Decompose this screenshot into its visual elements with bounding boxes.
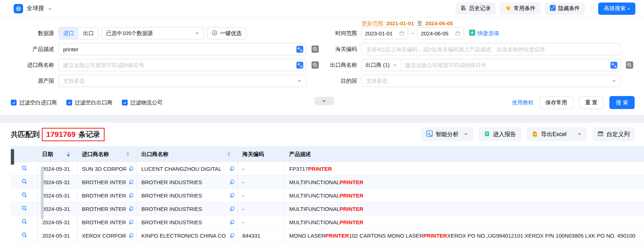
header-hs-code: 海关编码 (238, 146, 285, 162)
exclude-search-icon[interactable] (312, 61, 319, 69)
export-excel-label: 导出Excel (541, 131, 566, 138)
collapse-form-button[interactable] (314, 97, 334, 105)
row-detail-cell (11, 202, 38, 215)
copy-icon[interactable] (229, 179, 235, 185)
end-date-input[interactable] (421, 30, 451, 36)
product-desc-cell: MONO LASER PRINTER 102 CARTONS MONO LASE… (285, 229, 644, 242)
origin-country-label: 原产国 (0, 78, 54, 84)
destination-country-select[interactable]: 支持多选 (361, 75, 621, 87)
export-excel-button[interactable]: 导出Excel (527, 127, 587, 141)
copy-icon[interactable] (229, 220, 235, 225)
fixed-column-scrollbar[interactable] (41, 166, 44, 220)
filter-logistics-checkbox[interactable]: 过滤物流公司 (122, 99, 163, 106)
date-cell: 2024-05-31 (38, 162, 78, 175)
magnifier-icon[interactable] (21, 232, 27, 239)
start-date-input[interactable] (365, 30, 395, 36)
results-section: 共匹配到 1791769 条记录 BI 智能分析 进入报告 (0, 123, 644, 247)
save-favorite-button[interactable]: 保存常用 (539, 96, 573, 109)
magnifier-icon[interactable] (21, 165, 27, 172)
update-range: 更新范围: 2021-01-01 至 2024-06-05 (362, 20, 453, 27)
chevron-down-icon[interactable] (48, 6, 53, 11)
copy-icon[interactable] (128, 220, 134, 225)
sort-icons[interactable] (227, 152, 230, 157)
origin-country-select[interactable]: 支持多选 (58, 75, 306, 87)
importer-input[interactable] (58, 59, 306, 71)
sort-icons[interactable] (126, 152, 129, 157)
chevron-right-icon: › (628, 5, 630, 12)
exporter-name: BROTHER INDUSTRIES (141, 219, 202, 225)
sort-icons[interactable] (67, 152, 70, 157)
exclude-search-icon[interactable] (626, 61, 633, 69)
importer-name: XEROX CORPORA (82, 233, 126, 239)
exporter-name: BROTHER INDUSTRIES (141, 206, 202, 212)
table-header-row: 日期 进口商名称 出口商名称 (11, 146, 644, 162)
magnifier-icon[interactable] (21, 178, 27, 186)
copy-icon[interactable] (128, 166, 134, 172)
data-source-select[interactable]: 已选中105个数据源 (101, 27, 204, 39)
smart-analysis-label: 智能分析 (436, 131, 459, 138)
history-label: 历史记录 (469, 5, 491, 12)
table-left-scroll-indicator[interactable] (11, 149, 14, 165)
quick-options-label: 快捷选项 (477, 30, 499, 37)
exporter-cell: BROTHER INDUSTRIES (137, 189, 238, 202)
hs-code-input[interactable] (361, 43, 621, 55)
copy-icon[interactable] (128, 233, 134, 238)
enter-report-button[interactable]: 进入报告 (479, 127, 521, 141)
toggle-export[interactable]: 出口 (78, 27, 98, 39)
importer-label: 进口商名称 (0, 62, 54, 69)
destination-placeholder: 支持多选 (366, 78, 388, 84)
copy-icon[interactable] (229, 206, 235, 212)
advanced-search-button[interactable]: 高级搜索 › (598, 3, 635, 15)
tutorial-link[interactable]: 使用教程 (512, 99, 534, 106)
hide-conditions-button[interactable]: 隐藏条件 (545, 3, 585, 15)
filter-blank-importer-checkbox[interactable]: 过滤空白进口商 (11, 99, 57, 106)
header-date[interactable]: 日期 (38, 146, 78, 162)
copy-icon[interactable] (128, 193, 134, 198)
filter-label: 过滤空白进口商 (19, 99, 57, 106)
copy-icon[interactable] (229, 233, 235, 238)
search-button[interactable]: 搜 索 (609, 96, 635, 109)
filter-blank-exporter-checkbox[interactable]: 过滤空白出口商 (66, 99, 113, 106)
product-desc-input[interactable] (58, 43, 306, 55)
favorite-conditions-button[interactable]: 常用条件 (500, 3, 541, 15)
toggle-import[interactable]: 进口 (59, 27, 78, 39)
filter-label: 过滤物流公司 (130, 99, 163, 106)
star-icon (505, 5, 511, 12)
translate-icon[interactable]: 中A (296, 46, 303, 54)
magnifier-icon[interactable] (21, 205, 27, 212)
import-export-toggle: 进口 出口 (58, 27, 98, 39)
chevron-down-icon[interactable] (577, 131, 582, 138)
copy-icon[interactable] (128, 179, 134, 185)
quick-options-link[interactable]: 快捷选项 (469, 30, 499, 37)
one-click-optimize-button[interactable]: 一键优选 (207, 27, 246, 39)
report-icon (484, 131, 490, 138)
importer-cell: BROTHER INTERN (78, 189, 137, 202)
smart-analysis-button[interactable]: BI 智能分析 (421, 127, 473, 141)
copy-icon[interactable] (229, 193, 235, 198)
magnifier-icon[interactable] (21, 218, 27, 226)
app-switcher[interactable]: 全球搜 (14, 4, 53, 13)
header-importer[interactable]: 进口商名称 (78, 146, 137, 162)
importer-name: BROTHER INTERN (82, 192, 126, 199)
copy-icon[interactable] (128, 206, 134, 212)
svg-text:A: A (614, 65, 617, 68)
header-operations (11, 146, 38, 162)
copy-icon[interactable] (229, 166, 235, 172)
calendar-icon[interactable] (455, 31, 460, 36)
exporter-type-select[interactable]: 出口商 (1) (362, 59, 401, 71)
reset-button[interactable]: 重 置 (579, 96, 604, 109)
calendar-icon[interactable] (399, 31, 405, 36)
header-exporter[interactable]: 出口商名称 (137, 146, 238, 162)
customize-columns-button[interactable]: 自定义列 (592, 127, 635, 141)
exclude-search-icon[interactable] (312, 46, 319, 53)
header-hs-label: 海关编码 (242, 151, 264, 158)
translate-icon[interactable]: 中A (296, 62, 303, 70)
history-button[interactable]: 历史记录 (455, 3, 496, 15)
product-desc-cell: FP3717 PRINTER (285, 162, 644, 175)
importer-cell: BROTHER INTERN (78, 176, 137, 188)
exporter-input[interactable] (401, 62, 621, 68)
translate-icon[interactable]: 中A (610, 62, 617, 70)
results-toolbar: BI 智能分析 进入报告 导出Excel 自定义列 (421, 127, 635, 141)
magnifier-icon[interactable] (21, 192, 27, 199)
date-cell: 2024-05-31 (38, 202, 78, 215)
